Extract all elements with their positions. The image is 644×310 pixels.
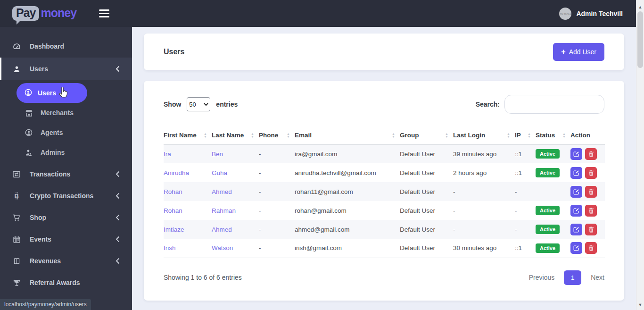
chevron-left-icon xyxy=(116,236,120,242)
table-row: Irish Watson - irish@gmail.com Default U… xyxy=(164,239,605,258)
ip-cell: - xyxy=(515,201,536,220)
edit-button[interactable] xyxy=(570,167,582,179)
page-title: Users xyxy=(164,48,184,56)
sort-icon: ▲▼ xyxy=(392,133,397,138)
chevron-left-icon xyxy=(116,171,120,177)
sidebar-item-events[interactable]: Events xyxy=(0,228,132,250)
column-header-first-name[interactable]: First Name▲▼ xyxy=(164,126,212,144)
edit-button[interactable] xyxy=(570,205,582,217)
table-row: Ira Ben - ira@gmail.com Default User 39 … xyxy=(164,144,605,163)
scrollbar-up-arrow[interactable]: ▲ xyxy=(636,5,644,9)
sidebar-item-crypto-transactions[interactable]: B Crypto Transactions xyxy=(0,185,132,207)
column-header-phone[interactable]: Phone▲▼ xyxy=(259,126,295,144)
scrollbar-down-arrow[interactable]: ▼ xyxy=(636,302,644,307)
sidebar-item-shop[interactable]: Shop xyxy=(0,207,132,228)
next-page-link[interactable]: Next xyxy=(591,274,604,281)
group-cell: Default User xyxy=(400,163,453,182)
delete-button[interactable] xyxy=(585,205,597,217)
column-header-email[interactable]: Email▲▼ xyxy=(295,126,400,144)
edit-button[interactable] xyxy=(570,186,582,198)
table-controls: Show 50 entries Search: xyxy=(164,95,604,114)
column-header-last-name[interactable]: Last Name▲▼ xyxy=(212,126,259,144)
browser-scrollbar[interactable]: ▲ ▼ xyxy=(636,0,644,310)
edit-button[interactable] xyxy=(570,242,582,254)
table-row: Rohan Rahman - rohan@gmail.com Default U… xyxy=(164,201,605,220)
page-size-select[interactable]: 50 xyxy=(187,97,210,111)
last-name-link[interactable]: Watson xyxy=(212,244,233,251)
users-table: First Name▲▼ Last Name▲▼ Phone▲▼ Email▲▼… xyxy=(164,126,605,258)
paymoney-logo[interactable]: Pay money xyxy=(12,6,76,21)
group-cell: Default User xyxy=(400,182,453,201)
last-name-link[interactable]: Rahman xyxy=(212,207,236,214)
column-header-ip[interactable]: IP▲▼ xyxy=(515,126,536,144)
first-name-link[interactable]: Anirudha xyxy=(164,169,189,176)
delete-button[interactable] xyxy=(585,167,597,179)
column-header-last-login[interactable]: Last Login▲▼ xyxy=(453,126,515,144)
user-icon xyxy=(11,66,22,73)
logo-money-text: money xyxy=(41,6,76,20)
delete-button[interactable] xyxy=(585,242,597,254)
last-name-link[interactable]: Ben xyxy=(212,151,223,158)
last-name-link[interactable]: Ahmed xyxy=(212,226,232,233)
phone-cell: - xyxy=(259,220,295,239)
gauge-icon xyxy=(11,43,22,50)
edit-button[interactable] xyxy=(570,148,582,160)
group-cell: Default User xyxy=(400,201,453,220)
hamburger-menu-icon[interactable] xyxy=(99,8,110,19)
search-input[interactable] xyxy=(504,95,604,114)
submenu-item-users-active[interactable]: Users xyxy=(17,83,87,103)
phone-cell: - xyxy=(259,239,295,258)
group-cell: Default User xyxy=(400,239,453,258)
current-page-button[interactable]: 1 xyxy=(564,270,581,285)
users-table-card: Show 50 entries Search: First Na xyxy=(144,81,624,301)
plus-icon: + xyxy=(561,48,565,56)
first-name-link[interactable]: Irish xyxy=(164,244,176,251)
submenu-item-label: Admins xyxy=(41,149,65,156)
show-label: Show xyxy=(164,101,181,108)
first-name-link[interactable]: Rohan xyxy=(164,188,182,195)
delete-button[interactable] xyxy=(585,148,597,160)
first-name-link[interactable]: Ira xyxy=(164,151,171,158)
admin-profile-menu[interactable]: NO IMAGE Admin Techvill xyxy=(559,8,623,20)
sidebar-item-dashboard[interactable]: Dashboard xyxy=(0,35,132,58)
status-badge: Active xyxy=(536,206,560,215)
phone-cell: - xyxy=(259,144,295,163)
phone-cell: - xyxy=(259,201,295,220)
sort-icon: ▲▼ xyxy=(251,133,256,138)
delete-button[interactable] xyxy=(585,224,597,235)
entries-label: entries xyxy=(216,101,238,108)
sidebar-item-users[interactable]: Users xyxy=(0,58,132,80)
column-header-group[interactable]: Group▲▼ xyxy=(400,126,453,144)
submenu-item-merchants[interactable]: Merchants xyxy=(0,103,132,123)
phone-cell: - xyxy=(259,182,295,201)
submenu-item-agents[interactable]: Agents xyxy=(0,123,132,142)
table-footer: Showing 1 to 6 of 6 entries Previous 1 N… xyxy=(164,270,604,285)
previous-page-link[interactable]: Previous xyxy=(529,274,554,281)
sidebar-item-referral-awards[interactable]: Referral Awards xyxy=(0,272,132,293)
submenu-item-admins[interactable]: Admins xyxy=(0,142,132,162)
add-user-button[interactable]: + Add User xyxy=(553,43,604,61)
sidebar-item-label: Crypto Transactions xyxy=(30,192,93,200)
first-name-link[interactable]: Imtiaze xyxy=(164,226,184,233)
delete-button[interactable] xyxy=(585,186,597,198)
transactions-icon xyxy=(11,171,22,178)
column-header-status[interactable]: Status▲▼ xyxy=(536,126,570,144)
email-cell: rohan@gmail.com xyxy=(295,201,400,220)
sidebar-item-revenues[interactable]: Revenues xyxy=(0,250,132,272)
avatar: NO IMAGE xyxy=(559,8,571,20)
group-cell: Default User xyxy=(400,144,453,163)
last-name-link[interactable]: Guha xyxy=(212,169,227,176)
users-submenu: Users Merchants Agents xyxy=(0,80,132,163)
scrollbar-thumb[interactable] xyxy=(637,11,643,68)
sidebar-item-label: Referral Awards xyxy=(30,279,80,286)
first-name-link[interactable]: Rohan xyxy=(164,207,182,214)
sidebar-item-transactions[interactable]: Transactions xyxy=(0,163,132,185)
submenu-item-label: Agents xyxy=(41,129,63,136)
last-name-link[interactable]: Ahmed xyxy=(212,188,232,195)
table-row: Anirudha Guha - anirudha.techvill@gmail.… xyxy=(164,163,605,182)
pagination: Previous 1 Next xyxy=(529,270,604,285)
book-icon xyxy=(11,258,22,265)
edit-button[interactable] xyxy=(570,224,582,235)
last-login-cell: 2 hours ago xyxy=(453,163,515,182)
chevron-left-icon xyxy=(116,193,120,199)
